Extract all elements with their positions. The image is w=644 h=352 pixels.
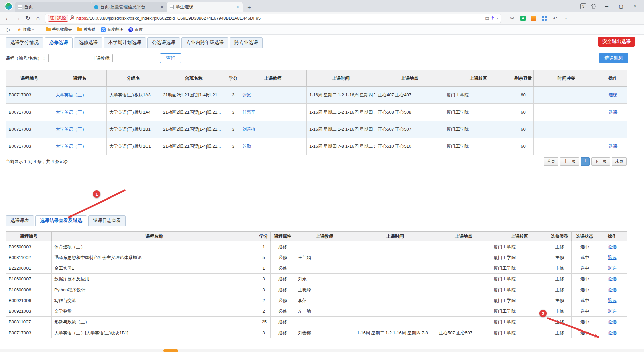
sidebar-toggle-icon[interactable]: ▷ [4,25,13,34]
undo-dropdown-icon[interactable]: ▾ [561,14,570,23]
scrollbar-thumb[interactable] [163,349,178,352]
bookmark-jiaowuchu[interactable]: 教务处 [75,26,98,33]
url-text[interactable]: https://10.0.3.88/jsxsd/xsxk/xsxk_index?… [76,16,483,21]
select-course-link[interactable]: 选课 [609,144,618,149]
browser-tab-student-course[interactable]: 学生选课 × [167,2,243,12]
teacher-link[interactable]: 张岚 [242,92,251,97]
table-row: B00811002 毛泽东思想和中国特色社会主义理论体系概论 5 必修 王兰娟 … [6,252,627,263]
withdraw-link[interactable]: 退选 [608,319,617,324]
horizontal-scrollbar[interactable] [0,349,644,352]
course-name-cell: 大学英语（三） [53,121,107,138]
skin-icon[interactable] [591,4,596,9]
home-button[interactable]: ⌂ [33,14,43,23]
close-window-button[interactable]: × [628,1,642,11]
last-page-button[interactable]: 末页 [612,157,627,166]
teacher: 李萍 [295,295,354,306]
rewards-icon[interactable] [529,14,538,23]
tab-selection-results[interactable]: 选课结果查看及退选 [35,215,87,226]
query-button[interactable]: 查询 [160,53,181,63]
course-filter-input[interactable] [48,54,85,62]
course-attr: 必修 [271,295,295,306]
apps-grid-icon[interactable] [540,14,549,23]
tab-close-icon[interactable]: × [160,4,164,10]
reader-mode-icon[interactable]: ▤ [485,16,489,21]
withdraw-link[interactable]: 退选 [608,298,617,303]
time-conflict [534,138,599,155]
tab-public-electives[interactable]: 公选课选课 [147,37,180,48]
refresh-button[interactable]: ↻ [23,14,33,23]
bookmark-baidu-fanyi[interactable]: 文 百度翻译 [99,26,125,33]
teacher-link[interactable]: 苏勤 [242,144,251,149]
url-rest: ://10.0.3.88/jsxsd/xsxk/xsxk_index?jx050… [86,16,261,21]
tab-withdraw-log[interactable]: 退课日志查看 [88,215,126,226]
elective-type: 主修 [548,284,572,295]
selection-status: 选中 [572,263,598,274]
withdraw-link[interactable]: 退选 [608,266,617,271]
tab-close-icon[interactable]: × [236,4,240,10]
class-time: 1-16周 星期二 1-2 1-16周 星期四 7-8 [354,327,436,338]
forward-button[interactable]: → [13,14,23,23]
tab-elective-courses[interactable]: 选修选课 [74,37,102,48]
withdraw-link[interactable]: 退选 [608,244,617,249]
safe-exit-button[interactable]: 安全退出选课 [598,37,635,47]
bookmark-mobile-favorites[interactable]: 手机收藏夹 [44,26,74,33]
minimize-button[interactable]: ─ [600,1,614,11]
record-summary: 当前显示 1 到 4 条，共 4 条记录 [6,159,68,165]
tab-required-courses[interactable]: 必修选课 [45,37,73,48]
teacher-cell: 苏勤 [239,138,307,155]
selection-rules-button[interactable]: 选课规则 [599,53,628,63]
certificate-risk-badge[interactable]: 证书风险 [48,15,68,22]
undo-icon[interactable]: ↶ [551,14,559,23]
course-name-link[interactable]: 大学英语（三） [56,144,86,149]
col-header: 课程编号 [6,70,53,87]
new-tab-button[interactable]: ＋ [243,3,255,11]
tab-cross-grade[interactable]: 专业内跨年级选课 [181,37,228,48]
browser-tab-home[interactable]: 首页 [15,2,91,12]
op-cell: 退选 [598,252,627,263]
tab-cross-major[interactable]: 跨专业选课 [230,37,263,48]
flash-bolt-icon[interactable] [491,15,494,21]
bookmark-baidu[interactable]: 百 百度 [126,26,145,33]
back-button[interactable]: ← [3,14,13,23]
address-dropdown-icon[interactable]: ▾ [496,17,498,20]
course-code: B00717003 [6,104,53,121]
withdraw-link[interactable]: 退选 [608,276,617,281]
favorites-button[interactable]: ★ 收藏 ▾ [15,26,36,33]
url-scheme: https [76,16,86,21]
browser-logo-icon[interactable] [5,2,13,10]
teacher-filter-input[interactable] [112,54,149,62]
course-name: 金工实习1 [52,263,257,274]
course-name-cell: 大学英语（三） [53,138,107,155]
tab-count-badge[interactable]: 3 [580,3,586,9]
maximize-button[interactable]: ▢ [614,1,628,11]
next-page-button[interactable]: 下一页 [591,157,610,166]
select-course-link[interactable]: 选课 [609,92,618,97]
current-page-button[interactable]: 1 [581,157,590,166]
withdraw-link[interactable]: 退选 [608,330,617,335]
tab-course-timetable[interactable]: 选课课表 [6,215,34,226]
translate-icon[interactable]: A [519,14,527,23]
address-bar[interactable]: 证书风险 https://10.0.3.88/jsxsd/xsxk/xsxk_i… [45,14,501,23]
tab-credit-status[interactable]: 选课学分情况 [6,37,43,48]
table-row: B00921006 写作与交流 2 必修 李萍 厦门工学院 主修 选中 退选 [6,295,627,306]
filter-bar: 课程（编号/名称）： 上课教师: 查询 选课规则 [6,53,638,63]
select-course-link[interactable]: 选课 [609,109,618,115]
screenshot-scissors-icon[interactable]: ✂ [508,14,517,23]
first-page-button[interactable]: 首页 [544,157,558,166]
course-name-link[interactable]: 大学英语（三） [56,92,86,97]
available-courses-table: 课程编号 课程名 分组名 合班名称 学分 上课教师 上课时间 上课地点 上课校区… [6,70,627,155]
teacher-link[interactable]: 任惠平 [242,109,255,115]
withdraw-link[interactable]: 退选 [608,309,617,314]
tab-semester-plan[interactable]: 本学期计划选课 [104,37,146,48]
teacher [295,263,354,274]
withdraw-link[interactable]: 退选 [608,255,617,260]
course-name-link[interactable]: 大学英语（三） [56,127,86,132]
course-name-link[interactable]: 大学英语（三） [56,109,86,115]
teacher [295,241,354,252]
op-cell: 退选 [598,327,627,338]
credit: 3 [227,121,239,138]
withdraw-link[interactable]: 退选 [608,287,617,292]
teacher-link[interactable]: 刘善榕 [242,127,255,132]
prev-page-button[interactable]: 上一页 [560,157,579,166]
browser-tab-quality-platform[interactable]: 首页-质量管理信息平台 × [91,2,167,12]
